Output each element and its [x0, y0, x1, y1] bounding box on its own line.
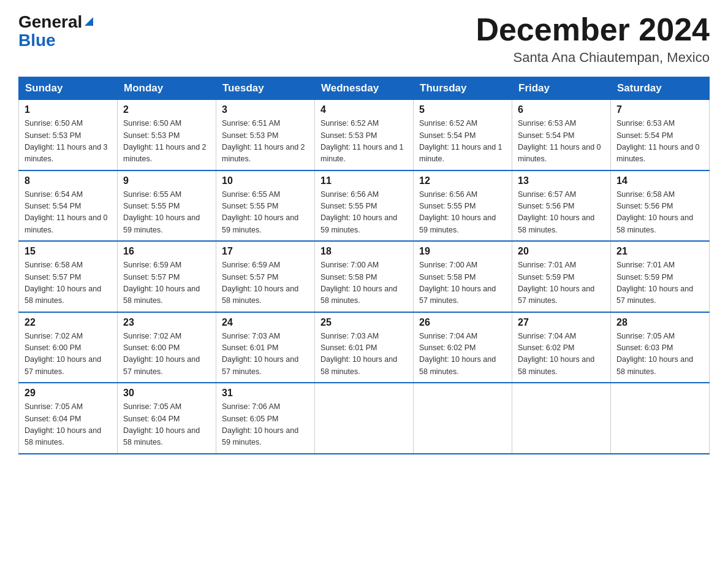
calendar-cell: 20Sunrise: 7:01 AMSunset: 5:59 PMDayligh… [512, 241, 611, 312]
day-info: Sunrise: 7:04 AMSunset: 6:02 PMDaylight:… [518, 332, 594, 376]
day-number: 28 [616, 317, 703, 328]
day-info: Sunrise: 7:03 AMSunset: 6:01 PMDaylight:… [320, 332, 397, 376]
day-info: Sunrise: 6:58 AMSunset: 5:57 PMDaylight:… [25, 261, 101, 305]
calendar-cell: 11Sunrise: 6:56 AMSunset: 5:55 PMDayligh… [315, 170, 414, 242]
calendar-cell: 17Sunrise: 6:59 AMSunset: 5:57 PMDayligh… [216, 241, 315, 312]
day-info: Sunrise: 7:05 AMSunset: 6:03 PMDaylight:… [616, 332, 693, 376]
calendar-cell: 10Sunrise: 6:55 AMSunset: 5:55 PMDayligh… [216, 170, 315, 242]
day-info: Sunrise: 7:03 AMSunset: 6:01 PMDaylight:… [222, 332, 298, 376]
calendar-cell: 9Sunrise: 6:55 AMSunset: 5:55 PMDaylight… [118, 170, 216, 242]
calendar-cell: 12Sunrise: 6:56 AMSunset: 5:55 PMDayligh… [414, 170, 512, 242]
calendar-cell: 15Sunrise: 6:58 AMSunset: 5:57 PMDayligh… [19, 241, 118, 312]
day-info: Sunrise: 7:00 AMSunset: 5:58 PMDaylight:… [320, 261, 397, 305]
day-info: Sunrise: 6:59 AMSunset: 5:57 PMDaylight:… [222, 261, 298, 305]
day-info: Sunrise: 7:05 AMSunset: 6:04 PMDaylight:… [25, 402, 101, 446]
logo: General Blue [18, 12, 96, 49]
calendar-body: 1Sunrise: 6:50 AMSunset: 5:53 PMDaylight… [19, 100, 710, 454]
day-number: 26 [419, 317, 506, 328]
calendar-cell: 8Sunrise: 6:54 AMSunset: 5:54 PMDaylight… [19, 170, 118, 242]
day-number: 10 [222, 175, 309, 186]
day-number: 5 [419, 104, 506, 115]
calendar-cell [315, 383, 414, 454]
week-row-5: 29Sunrise: 7:05 AMSunset: 6:04 PMDayligh… [19, 383, 710, 454]
day-number: 2 [123, 104, 210, 115]
day-number: 17 [222, 246, 309, 257]
day-info: Sunrise: 6:52 AMSunset: 5:54 PMDaylight:… [419, 119, 502, 163]
calendar-cell: 2Sunrise: 6:50 AMSunset: 5:53 PMDaylight… [118, 100, 216, 170]
day-number: 18 [320, 246, 408, 257]
logo-triangle-icon [82, 15, 96, 28]
day-info: Sunrise: 7:00 AMSunset: 5:58 PMDaylight:… [419, 261, 496, 305]
calendar-cell: 1Sunrise: 6:50 AMSunset: 5:53 PMDaylight… [19, 100, 118, 170]
day-info: Sunrise: 6:57 AMSunset: 5:56 PMDaylight:… [518, 190, 594, 234]
day-info: Sunrise: 6:55 AMSunset: 5:55 PMDaylight:… [222, 190, 298, 234]
calendar-header: SundayMondayTuesdayWednesdayThursdayFrid… [19, 77, 710, 100]
day-info: Sunrise: 7:01 AMSunset: 5:59 PMDaylight:… [616, 261, 693, 305]
day-number: 21 [616, 246, 703, 257]
day-number: 30 [123, 388, 210, 399]
day-number: 11 [320, 175, 408, 186]
day-info: Sunrise: 7:01 AMSunset: 5:59 PMDaylight:… [518, 261, 594, 305]
calendar-cell: 22Sunrise: 7:02 AMSunset: 6:00 PMDayligh… [19, 312, 118, 383]
day-info: Sunrise: 6:52 AMSunset: 5:53 PMDaylight:… [320, 119, 404, 163]
day-info: Sunrise: 6:55 AMSunset: 5:55 PMDaylight:… [123, 190, 200, 234]
col-header-monday: Monday [118, 77, 216, 100]
day-number: 31 [222, 388, 309, 399]
day-number: 24 [222, 317, 309, 328]
day-info: Sunrise: 6:56 AMSunset: 5:55 PMDaylight:… [419, 190, 496, 234]
day-info: Sunrise: 6:54 AMSunset: 5:54 PMDaylight:… [25, 190, 108, 234]
col-header-saturday: Saturday [611, 77, 710, 100]
calendar-cell [512, 383, 611, 454]
day-info: Sunrise: 6:51 AMSunset: 5:53 PMDaylight:… [222, 119, 305, 163]
calendar-cell: 25Sunrise: 7:03 AMSunset: 6:01 PMDayligh… [315, 312, 414, 383]
calendar-cell: 27Sunrise: 7:04 AMSunset: 6:02 PMDayligh… [512, 312, 611, 383]
calendar-cell: 14Sunrise: 6:58 AMSunset: 5:56 PMDayligh… [611, 170, 710, 242]
day-number: 13 [518, 175, 605, 186]
day-info: Sunrise: 6:50 AMSunset: 5:53 PMDaylight:… [25, 119, 108, 163]
calendar-cell: 18Sunrise: 7:00 AMSunset: 5:58 PMDayligh… [315, 241, 414, 312]
day-info: Sunrise: 7:04 AMSunset: 6:02 PMDaylight:… [419, 332, 496, 376]
day-number: 20 [518, 246, 605, 257]
day-number: 1 [25, 104, 112, 115]
calendar-cell: 23Sunrise: 7:02 AMSunset: 6:00 PMDayligh… [118, 312, 216, 383]
calendar-table: SundayMondayTuesdayWednesdayThursdayFrid… [18, 77, 710, 454]
page-header: General Blue December 2024 Santa Ana Chi… [18, 12, 710, 66]
day-info: Sunrise: 6:59 AMSunset: 5:57 PMDaylight:… [123, 261, 200, 305]
day-number: 4 [320, 104, 408, 115]
month-title: December 2024 [476, 12, 710, 47]
day-number: 7 [616, 104, 703, 115]
calendar-cell: 7Sunrise: 6:53 AMSunset: 5:54 PMDaylight… [611, 100, 710, 170]
day-number: 29 [25, 388, 112, 399]
calendar-cell: 16Sunrise: 6:59 AMSunset: 5:57 PMDayligh… [118, 241, 216, 312]
calendar-cell: 28Sunrise: 7:05 AMSunset: 6:03 PMDayligh… [611, 312, 710, 383]
day-info: Sunrise: 6:56 AMSunset: 5:55 PMDaylight:… [320, 190, 397, 234]
day-number: 27 [518, 317, 605, 328]
logo-general-text: General [18, 12, 82, 32]
calendar-cell: 19Sunrise: 7:00 AMSunset: 5:58 PMDayligh… [414, 241, 512, 312]
day-number: 16 [123, 246, 210, 257]
calendar-cell: 26Sunrise: 7:04 AMSunset: 6:02 PMDayligh… [414, 312, 512, 383]
day-number: 22 [25, 317, 112, 328]
logo-blue-text: Blue [18, 32, 56, 49]
day-info: Sunrise: 6:58 AMSunset: 5:56 PMDaylight:… [616, 190, 693, 234]
calendar-cell: 3Sunrise: 6:51 AMSunset: 5:53 PMDaylight… [216, 100, 315, 170]
col-header-tuesday: Tuesday [216, 77, 315, 100]
day-info: Sunrise: 6:53 AMSunset: 5:54 PMDaylight:… [518, 119, 601, 163]
calendar-cell [611, 383, 710, 454]
day-number: 6 [518, 104, 605, 115]
day-info: Sunrise: 7:02 AMSunset: 6:00 PMDaylight:… [25, 332, 101, 376]
day-info: Sunrise: 7:06 AMSunset: 6:05 PMDaylight:… [222, 402, 298, 446]
calendar-cell: 5Sunrise: 6:52 AMSunset: 5:54 PMDaylight… [414, 100, 512, 170]
col-header-sunday: Sunday [19, 77, 118, 100]
calendar-cell: 31Sunrise: 7:06 AMSunset: 6:05 PMDayligh… [216, 383, 315, 454]
day-info: Sunrise: 7:05 AMSunset: 6:04 PMDaylight:… [123, 402, 200, 446]
day-number: 23 [123, 317, 210, 328]
calendar-cell: 30Sunrise: 7:05 AMSunset: 6:04 PMDayligh… [118, 383, 216, 454]
week-row-2: 8Sunrise: 6:54 AMSunset: 5:54 PMDaylight… [19, 170, 710, 242]
calendar-cell: 29Sunrise: 7:05 AMSunset: 6:04 PMDayligh… [19, 383, 118, 454]
calendar-cell: 6Sunrise: 6:53 AMSunset: 5:54 PMDaylight… [512, 100, 611, 170]
day-number: 3 [222, 104, 309, 115]
week-row-4: 22Sunrise: 7:02 AMSunset: 6:00 PMDayligh… [19, 312, 710, 383]
day-number: 12 [419, 175, 506, 186]
week-row-1: 1Sunrise: 6:50 AMSunset: 5:53 PMDaylight… [19, 100, 710, 170]
